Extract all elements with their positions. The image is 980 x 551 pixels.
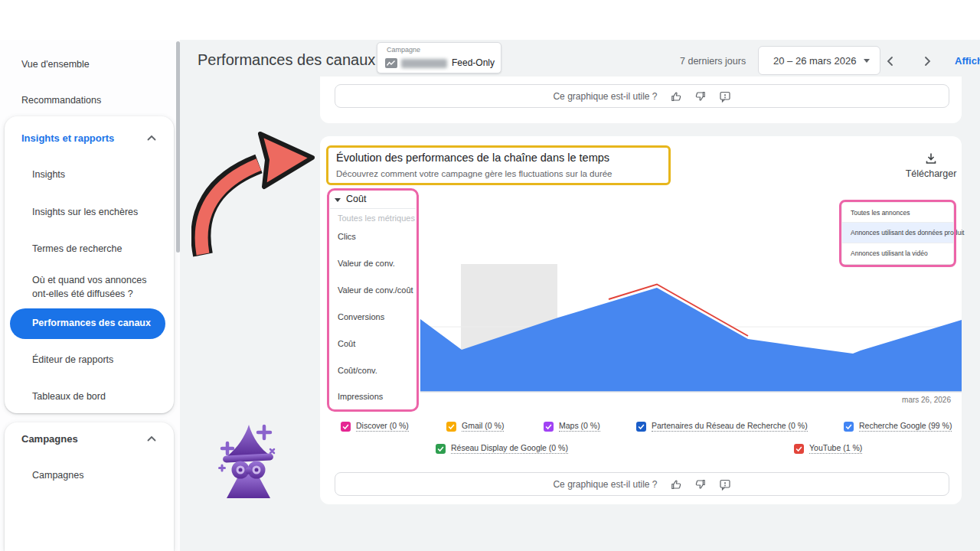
legend-item-discover[interactable]: Discover (0 %): [341, 421, 409, 432]
page-title: Performances des canaux: [198, 51, 375, 69]
date-range-value: 20 – 26 mars 2026: [773, 55, 856, 67]
legend-label: Gmail (0 %): [462, 421, 504, 432]
hand-drawn-arrow-annotation: [191, 125, 318, 261]
legend-label: Réseau Display de Google (0 %): [451, 443, 568, 454]
chart-subtitle: Découvrez comment votre campagne gère le…: [336, 169, 612, 178]
download-button[interactable]: Télécharger: [902, 152, 960, 179]
wizard-binoculars-icon: [217, 422, 279, 500]
feedback-comment-icon[interactable]: [719, 90, 731, 103]
page-top-strip: [0, 0, 980, 40]
legend-item-youtube[interactable]: YouTube (1 %): [794, 443, 862, 454]
thumb-up-icon[interactable]: [670, 90, 682, 103]
feedback-question: Ce graphique est-il utile ?: [553, 479, 657, 490]
campaign-chip-label: Campagne: [387, 46, 420, 54]
sidebar-section-campaigns[interactable]: Campagnes: [21, 433, 78, 445]
legend-label: Partenaires du Réseau de Recherche (0 %): [652, 421, 808, 432]
legend-label: YouTube (1 %): [809, 443, 862, 454]
legend-label: Discover (0 %): [356, 421, 409, 432]
sidebar-item-campaigns[interactable]: Campagnes: [32, 470, 83, 481]
caret-down-icon: [864, 59, 870, 63]
time-series-area-chart: [420, 259, 962, 394]
legend-item-maps[interactable]: Maps (0 %): [544, 421, 600, 432]
sidebar-item-channel-performance-label: Performances des canaux: [32, 318, 151, 328]
legend-item-display-network[interactable]: Réseau Display de Google (0 %): [436, 443, 568, 454]
sidebar-item-when-where-ads[interactable]: Où et quand vos annonces ont-elles été d…: [32, 273, 164, 301]
thumb-down-icon[interactable]: [694, 90, 707, 103]
sidebar-item-report-editor[interactable]: Éditeur de rapports: [32, 354, 113, 365]
checkbox-icon: [794, 444, 804, 454]
previous-period-button[interactable]: [880, 52, 899, 70]
checkbox-icon: [544, 422, 554, 432]
sidebar-insights-card: [5, 116, 174, 413]
sidebar-item-dashboards[interactable]: Tableaux de bord: [32, 391, 106, 402]
campaign-type-icon: [385, 58, 397, 68]
chart-feedback-bar: Ce graphique est-il utile ?: [335, 84, 949, 108]
legend-item-search-partners[interactable]: Partenaires du Réseau de Recherche (0 %): [636, 421, 808, 432]
chart-title: Évolution des performances de la chaîne …: [336, 152, 609, 164]
show-link[interactable]: Affiche: [955, 55, 980, 67]
feedback-comment-icon[interactable]: [719, 478, 731, 491]
sidebar-scrollbar[interactable]: [176, 41, 180, 253]
legend-label: Maps (0 %): [559, 421, 600, 432]
redacted-campaign-name: [401, 59, 447, 68]
next-period-button[interactable]: [919, 52, 937, 70]
sidebar-item-overview[interactable]: Vue d'ensemble: [21, 59, 90, 70]
sidebar-item-recommendations[interactable]: Recommandations: [21, 95, 101, 106]
legend-label: Recherche Google (99 %): [859, 421, 952, 432]
download-label: Télécharger: [902, 168, 960, 179]
date-period-label: 7 derniers jours: [680, 56, 746, 67]
campaign-chip-value: Feed-Only: [452, 57, 495, 68]
chart-feedback-bar: Ce graphique est-il utile ?: [335, 472, 949, 496]
sidebar-section-insights-reports[interactable]: Insights et rapports: [21, 132, 114, 144]
x-axis-tick-label: mars 26, 2026: [880, 396, 951, 404]
pink-highlight-annotation-ads: [839, 200, 956, 267]
checkbox-icon: [436, 444, 446, 454]
checkbox-icon: [446, 422, 456, 432]
feedback-question: Ce graphique est-il utile ?: [553, 91, 657, 102]
chevron-up-icon[interactable]: [147, 135, 156, 141]
sidebar-item-insights[interactable]: Insights: [32, 169, 65, 180]
thumb-down-icon[interactable]: [694, 478, 707, 491]
legend-item-google-search[interactable]: Recherche Google (99 %): [844, 421, 952, 432]
sidebar-item-search-terms[interactable]: Termes de recherche: [32, 243, 122, 254]
checkbox-icon: [341, 422, 351, 432]
checkbox-icon: [636, 422, 646, 432]
thumb-up-icon[interactable]: [670, 478, 682, 491]
chevron-up-icon[interactable]: [147, 435, 156, 442]
legend-item-gmail[interactable]: Gmail (0 %): [446, 421, 504, 432]
sidebar-item-auction-insights[interactable]: Insights sur les enchères: [32, 207, 138, 217]
pink-highlight-annotation-metrics: [327, 188, 419, 412]
checkbox-icon: [844, 422, 854, 432]
download-icon: [924, 152, 938, 165]
